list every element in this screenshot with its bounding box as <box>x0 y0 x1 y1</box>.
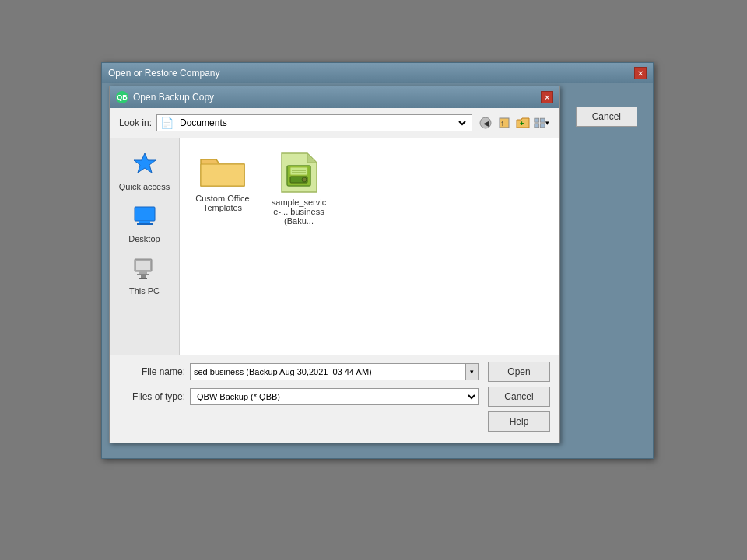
sidebar-item-desktop[interactable]: Desktop <box>114 200 176 249</box>
filename-dropdown-button[interactable]: ▾ <box>465 364 478 380</box>
sidebar: Quick access Desktop <box>110 138 180 355</box>
lookin-select-wrapper: 📄 Documents <box>156 114 472 131</box>
outer-title-bar: Open or Restore Company ✕ <box>102 63 653 83</box>
lookin-dropdown[interactable]: Documents <box>177 117 468 129</box>
inner-title-bar: QB Open Backup Copy ✕ <box>110 86 559 108</box>
file-label-custom-office-templates: Custom Office Templates <box>193 194 252 212</box>
filename-label: File name: <box>119 366 185 377</box>
inner-close-button[interactable]: ✕ <box>541 91 553 103</box>
svg-text:↑: ↑ <box>500 119 504 128</box>
filetype-label: Files of type: <box>119 391 185 402</box>
outer-cancel-button[interactable]: Cancel <box>576 107 637 127</box>
svg-rect-15 <box>139 271 147 274</box>
filename-input-wrapper: ▾ <box>190 363 479 380</box>
svg-rect-8 <box>540 124 545 128</box>
backup-file-icon <box>278 152 321 194</box>
open-button[interactable]: Open <box>488 362 550 382</box>
back-button[interactable]: ◀ <box>477 114 494 131</box>
filetype-select-wrapper: QBW Backup (*.QBB) <box>190 388 479 405</box>
svg-rect-11 <box>139 221 150 223</box>
this-pc-label: This PC <box>129 286 160 296</box>
svg-rect-20 <box>290 167 307 175</box>
cancel-button[interactable]: Cancel <box>488 387 550 407</box>
file-area: Custom Office Templates <box>180 138 559 355</box>
this-pc-icon <box>133 257 156 285</box>
desktop-icon <box>133 205 156 233</box>
folder-icon-custom <box>199 152 246 191</box>
svg-marker-9 <box>134 153 156 173</box>
filetype-select[interactable]: QBW Backup (*.QBB) <box>191 389 478 404</box>
lookin-label: Look in: <box>119 117 152 128</box>
lookin-folder-icon: 📄 <box>160 117 174 129</box>
help-row: Help <box>119 411 550 432</box>
lookin-row: Look in: 📄 Documents ◀ ↑ <box>110 108 559 138</box>
help-button[interactable]: Help <box>488 411 550 432</box>
svg-rect-18 <box>139 278 147 279</box>
sidebar-item-this-pc[interactable]: This PC <box>114 252 176 301</box>
svg-rect-12 <box>137 223 153 225</box>
toolbar-icons: ◀ ↑ + <box>477 114 550 131</box>
inner-title-text: Open Backup Copy <box>133 92 214 103</box>
svg-rect-7 <box>535 124 539 128</box>
filetype-row: Files of type: QBW Backup (*.QBB) Cancel <box>119 387 550 407</box>
file-item-sample-backup[interactable]: sample_service-... business (Baku... <box>264 146 334 231</box>
file-item-custom-office-templates[interactable]: Custom Office Templates <box>188 146 258 231</box>
svg-rect-6 <box>540 118 545 122</box>
inner-title-left: QB Open Backup Copy <box>116 91 214 103</box>
file-label-sample-backup: sample_service-... business (Baku... <box>269 198 328 226</box>
filename-row: File name: ▾ Open <box>119 362 550 382</box>
svg-rect-10 <box>135 207 155 221</box>
view-button[interactable]: ▾ <box>533 114 550 131</box>
desktop-label: Desktop <box>128 234 160 243</box>
filename-input[interactable] <box>191 364 465 380</box>
sidebar-item-quick-access[interactable]: Quick access <box>114 146 176 197</box>
bottom-form: File name: ▾ Open Files of type: QBW Bac… <box>110 355 559 443</box>
svg-rect-14 <box>136 261 150 270</box>
svg-text:◀: ◀ <box>483 119 489 128</box>
svg-point-22 <box>302 177 307 182</box>
main-area: Quick access Desktop <box>110 138 559 355</box>
quick-access-label: Quick access <box>119 182 170 191</box>
up-button[interactable]: ↑ <box>496 114 513 131</box>
svg-text:+: + <box>520 120 524 128</box>
quickbooks-icon: QB <box>116 91 128 103</box>
outer-title-text: Open or Restore Company <box>108 68 219 79</box>
quick-access-icon <box>133 152 156 180</box>
dialog-body: Look in: 📄 Documents ◀ ↑ <box>110 108 559 443</box>
inner-dialog: QB Open Backup Copy ✕ Look in: 📄 Documen… <box>109 86 560 443</box>
svg-rect-5 <box>535 118 539 122</box>
new-folder-button[interactable]: + <box>514 114 531 131</box>
svg-rect-17 <box>141 275 146 278</box>
outer-close-button[interactable]: ✕ <box>634 67 647 79</box>
